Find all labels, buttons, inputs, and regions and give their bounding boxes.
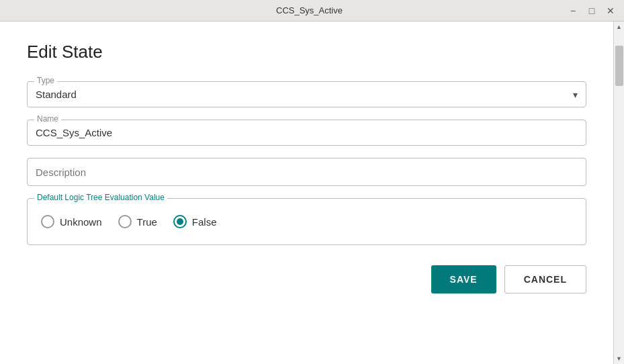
minimize-button[interactable]: − <box>565 3 581 18</box>
logic-group-label: Default Logic Tree Evaluation Value <box>34 193 167 202</box>
radio-false-dot <box>177 218 183 225</box>
action-bar: SAVE CANCEL <box>27 265 586 293</box>
radio-false-circle <box>173 215 187 228</box>
radio-group: Unknown True False <box>41 210 572 234</box>
radio-unknown-label: Unknown <box>60 216 102 228</box>
type-select[interactable]: Standard Advanced Custom <box>28 82 586 107</box>
window-title: CCS_Sys_Active <box>54 5 565 15</box>
radio-unknown-circle <box>41 215 54 228</box>
page-title: Edit State <box>27 42 586 62</box>
close-button[interactable]: ✕ <box>603 3 619 18</box>
scroll-up-arrow[interactable]: ▲ <box>614 21 625 32</box>
name-input[interactable] <box>28 120 586 145</box>
scroll-down-arrow[interactable]: ▼ <box>614 353 625 364</box>
description-wrapper <box>27 158 586 186</box>
main-wrapper: Edit State Type Standard Advanced Custom… <box>0 21 624 364</box>
content-area: Edit State Type Standard Advanced Custom… <box>0 21 613 364</box>
type-wrapper: Type Standard Advanced Custom ▾ <box>27 81 586 107</box>
save-button[interactable]: SAVE <box>431 265 496 293</box>
description-input[interactable] <box>28 158 586 185</box>
radio-true-label: True <box>137 216 157 228</box>
name-wrapper: Name <box>27 120 586 146</box>
scrollbar-thumb[interactable] <box>615 46 623 86</box>
radio-true-circle <box>118 215 132 228</box>
title-bar: CCS_Sys_Active − □ ✕ <box>0 0 624 21</box>
type-field: Type Standard Advanced Custom ▾ <box>27 81 586 107</box>
name-label: Name <box>34 114 61 124</box>
scrollbar: ▲ ▼ <box>613 21 624 364</box>
maximize-button[interactable]: □ <box>584 3 600 18</box>
name-field: Name <box>27 120 586 146</box>
type-label: Type <box>34 76 57 85</box>
logic-tree-group: Default Logic Tree Evaluation Value Unkn… <box>27 198 586 245</box>
cancel-button[interactable]: CANCEL <box>504 265 586 293</box>
radio-true[interactable]: True <box>118 215 157 228</box>
radio-false[interactable]: False <box>173 215 217 228</box>
window-controls: − □ ✕ <box>565 3 619 18</box>
radio-false-label: False <box>192 216 217 228</box>
radio-unknown[interactable]: Unknown <box>41 215 102 228</box>
